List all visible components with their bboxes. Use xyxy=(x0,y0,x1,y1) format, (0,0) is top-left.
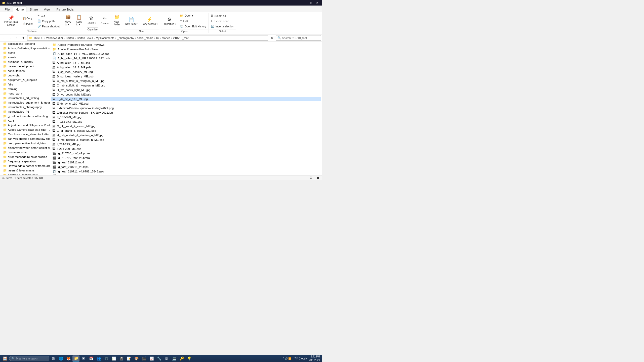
file-item[interactable]: 🎬ig_210710_toaf_v2.prproj xyxy=(51,151,321,156)
large-icons-view-button[interactable]: ◼ xyxy=(315,176,320,180)
left-panel-folder-item[interactable]: 📁instructables_PS xyxy=(0,109,50,114)
file-item[interactable]: 🖼C_mb_suffolk_&_rivington_n_ME.jpg xyxy=(51,79,321,83)
delete-button[interactable]: 🗑 Delete ▾ xyxy=(85,15,98,25)
left-panel-folder-item[interactable]: 📁layers & layer masks xyxy=(0,168,50,173)
new-item-button[interactable]: 📄 New item ▾ xyxy=(124,16,139,26)
pin-to-quickaccess-button[interactable]: 📌 Pin to Quickaccess xyxy=(3,15,20,28)
open-button[interactable]: 📂 Open ▾ xyxy=(178,13,208,18)
left-panel-folder-item[interactable]: 📁instructables_photography xyxy=(0,105,50,109)
easy-access-button[interactable]: ⚡ Easy access ▾ xyxy=(140,16,159,26)
left-panel-folder-item[interactable]: 📁Can I use clone_stamp tool after raster… xyxy=(0,132,50,137)
up-button[interactable]: ↑ xyxy=(14,35,20,41)
tab-share[interactable]: Share xyxy=(27,7,41,12)
select-none-button[interactable]: ☐ Select none xyxy=(209,19,236,23)
left-panel-folder-item[interactable]: 📁equipment_&_supplies xyxy=(0,78,50,82)
recent-locations-button[interactable]: ▼ xyxy=(21,35,26,41)
path-folder[interactable]: 210710_toaf xyxy=(172,36,189,40)
file-item[interactable]: 🖼I_214-229_ME.psd xyxy=(51,147,321,151)
file-item[interactable]: 🖼D_wc_coors_light_ME.jpg xyxy=(51,88,321,92)
minimize-button[interactable]: ─ xyxy=(302,1,308,5)
file-item[interactable]: 🖼B_sg_ideal_hosiery_ME.psb xyxy=(51,74,321,79)
left-panel-folder-item[interactable]: 📁Artists, Galleries, Representation, Exc… xyxy=(0,46,50,51)
left-panel-folder-item[interactable]: 📁painting & healing tools xyxy=(0,173,50,175)
paste-button[interactable]: 📋 Paste xyxy=(20,21,35,26)
left-panel-folder-item[interactable]: 📁disparity between smart object and its … xyxy=(0,146,50,150)
file-item[interactable]: 🖼G_cf_grand_&_essex_ME.jpg xyxy=(51,124,321,128)
file-item[interactable]: 🖼A_bg_allen_14_2_ME.psb xyxy=(51,65,321,70)
left-panel-folder-item[interactable]: 📁business_&_money xyxy=(0,60,50,64)
file-item[interactable]: 🎵ig_toaf_210711_v4.6788.17648.aac xyxy=(51,169,321,174)
close-button[interactable]: ✕ xyxy=(314,1,320,5)
tab-picture-tools[interactable]: Picture Tools xyxy=(54,7,76,12)
history-button[interactable]: 🕐 Open Edit History xyxy=(178,24,208,29)
file-item[interactable]: 🖼D_wc_coors_light_ME.psb xyxy=(51,92,321,97)
select-all-button[interactable]: ☑ Select all xyxy=(209,13,236,18)
left-panel-folder-item[interactable]: 📁instructables_art_writing xyxy=(0,96,50,100)
file-item[interactable]: 📁Adobe Premiere Pro Auto-Save xyxy=(51,47,321,52)
path-windows[interactable]: Windows (C:) xyxy=(45,36,64,40)
left-panel-folder-item[interactable]: 📁aump xyxy=(0,51,50,55)
path-barton-lewis[interactable]: Barton Lewis xyxy=(76,36,94,40)
left-panel-folder-item[interactable]: 📁ACR xyxy=(0,118,50,123)
path-my-documents[interactable]: My Documents xyxy=(95,36,115,40)
path-this-pc[interactable]: This PC xyxy=(32,36,44,40)
file-item[interactable]: 🖼C_mb_suffolk_&_rivington_n_ME.psd xyxy=(51,83,321,88)
paste-shortcut-button[interactable]: 🔗 Paste shortcut xyxy=(36,24,61,29)
file-item[interactable]: 🖼Exhibitor-Promo-Square---BK-July-2021.j… xyxy=(51,110,321,115)
left-panel-folder-item[interactable]: 📁error message re color profiles _ Adobe… xyxy=(0,155,50,159)
left-panel-folder-item[interactable]: 📁copyright xyxy=(0,73,50,78)
path-ig[interactable]: IG xyxy=(155,36,160,40)
left-panel-folder-item[interactable]: 📁document size xyxy=(0,150,50,155)
tab-home[interactable]: Home xyxy=(13,7,26,12)
file-item[interactable]: 🖼E_dr_av_c_110_ME.jpg xyxy=(51,97,321,101)
file-item[interactable]: 🖼E_dr_av_c_110_ME.psd xyxy=(51,101,321,106)
properties-button[interactable]: ⚙ Properties ▾ xyxy=(161,16,178,26)
left-panel-folder-item[interactable]: 📁career_development xyxy=(0,64,50,69)
path-barton[interactable]: Barton xyxy=(65,36,75,40)
copy-to-button[interactable]: 📋 Copyto ▾ xyxy=(74,13,84,27)
tab-view[interactable]: View xyxy=(41,7,53,12)
left-panel-folder-item[interactable]: 📁frequency_separation xyxy=(0,159,50,164)
file-item[interactable]: 🖼H_mb_norfolk_&_stanton_n_ME.psb xyxy=(51,138,321,142)
left-panel-folder-item[interactable]: 📁crop, perspective & straighten xyxy=(0,141,50,146)
left-panel-folder-item[interactable]: 📁fairs xyxy=(0,82,50,87)
left-panel-folder-item[interactable]: 📁hung_work xyxy=(0,91,50,96)
edit-button[interactable]: ✏ Edit xyxy=(178,19,208,23)
file-item[interactable]: 📁Adobe Premiere Pro Audio Previews xyxy=(51,42,321,47)
left-panel-folder-item[interactable]: 📁instructables_equipment_&_gear xyxy=(0,100,50,105)
file-item[interactable]: 🖼F_162-373_ME.jpg xyxy=(51,115,321,119)
file-item[interactable]: 🎬ig_210710_toaf_v3.prproj xyxy=(51,156,321,160)
refresh-button[interactable]: ↻ xyxy=(269,35,275,41)
address-bar[interactable]: 📁 This PC › Windows (C:) › Barton › Bart… xyxy=(27,35,268,41)
path-stories[interactable]: stories xyxy=(161,36,171,40)
file-item[interactable]: 🖼B_sg_ideal_hosiery_ME.jpg xyxy=(51,70,321,74)
maximize-button[interactable]: □ xyxy=(308,1,314,5)
tab-file[interactable]: File xyxy=(2,7,12,12)
invert-selection-button[interactable]: 🔄 Invert selection xyxy=(209,24,236,29)
file-item[interactable]: 🖼F_162-373_ME.psb xyxy=(51,119,321,124)
file-item[interactable]: 🖼H_mb_norfolk_&_stanton_n_ME.jpg xyxy=(51,133,321,138)
file-item[interactable]: 🖼I_214-229_ME.jpg xyxy=(51,142,321,147)
left-panel-folder-item[interactable]: 📁consultations xyxy=(0,69,50,73)
cut-button[interactable]: ✂ Cut xyxy=(36,13,61,18)
left-panel-folder-item[interactable]: 📁applications_pending xyxy=(0,41,50,46)
move-to-button[interactable]: 📦 Moveto ▾ xyxy=(63,13,73,27)
left-panel-folder-item[interactable]: 📁How to add a border or frame around a p… xyxy=(0,164,50,168)
path-social-media[interactable]: social_media xyxy=(136,36,154,40)
search-input[interactable] xyxy=(282,36,319,39)
left-panel-folder-item[interactable]: 📁assets xyxy=(0,55,50,60)
left-panel-folder-item[interactable]: 📁can you create a camera raw filter for … xyxy=(0,137,50,141)
file-item[interactable]: 🖼Exhibitor-Promo-Square---BK-July-2021.p… xyxy=(51,106,321,110)
file-item[interactable]: 🖼A_bg_alien_14_2_ME.jpg xyxy=(51,61,321,65)
file-item[interactable]: 🎬ig_toaf_210711.mp4 xyxy=(51,160,321,165)
copy-button[interactable]: 📋 Copy xyxy=(20,16,35,21)
file-item[interactable]: 🎬ig_toaf_210711_v4.6788.17648.m4v xyxy=(51,174,321,175)
file-item[interactable]: 📄A_bg_allen_14_2_ME.21060.21892.mdv xyxy=(51,56,321,61)
left-panel-folder-item[interactable]: 📁Adjustment and fill layers in Photoshop… xyxy=(0,123,50,127)
copy-path-button[interactable]: 📄 Copy path xyxy=(36,19,61,23)
new-folder-button[interactable]: 📁 Newfolder xyxy=(112,13,122,27)
details-view-button[interactable]: ☷ xyxy=(309,176,313,180)
file-item[interactable]: 🎵A_bg_alien_14_2_ME.21060.21892.aac xyxy=(51,52,321,56)
path-photography[interactable]: _photography xyxy=(116,36,135,40)
left-panel-folder-item[interactable]: 📁framing xyxy=(0,87,50,91)
